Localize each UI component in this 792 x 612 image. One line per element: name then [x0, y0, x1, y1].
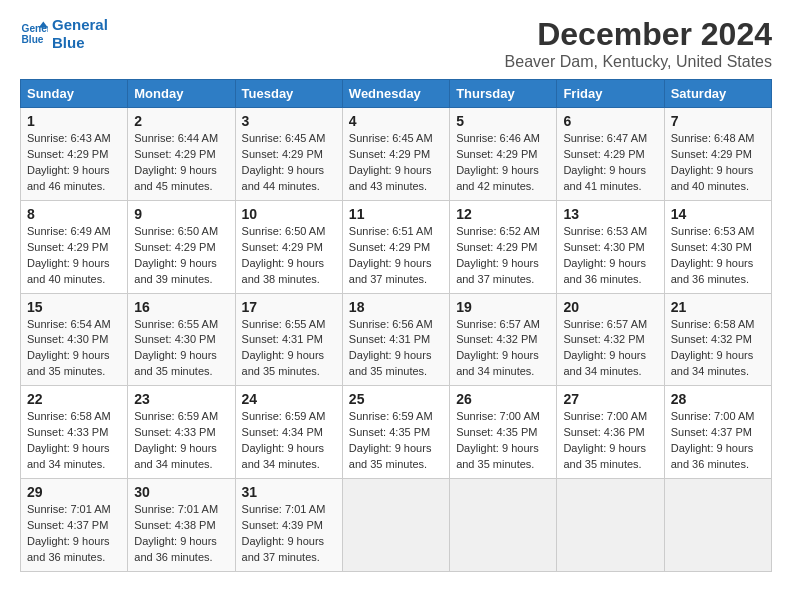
day-info: Sunrise: 7:00 AM Sunset: 4:36 PM Dayligh…	[563, 409, 657, 473]
day-number: 13	[563, 206, 657, 222]
week-row-5: 29 Sunrise: 7:01 AM Sunset: 4:37 PM Dayl…	[21, 479, 772, 572]
day-info: Sunrise: 6:47 AM Sunset: 4:29 PM Dayligh…	[563, 131, 657, 195]
day-number: 23	[134, 391, 228, 407]
calendar-cell: 12 Sunrise: 6:52 AM Sunset: 4:29 PM Dayl…	[450, 200, 557, 293]
calendar-cell: 5 Sunrise: 6:46 AM Sunset: 4:29 PM Dayli…	[450, 108, 557, 201]
day-number: 27	[563, 391, 657, 407]
svg-text:Blue: Blue	[22, 34, 44, 45]
day-number: 26	[456, 391, 550, 407]
title-area: December 2024 Beaver Dam, Kentucky, Unit…	[505, 16, 772, 71]
logo-text: General Blue	[52, 16, 108, 52]
calendar-cell: 22 Sunrise: 6:58 AM Sunset: 4:33 PM Dayl…	[21, 386, 128, 479]
calendar-cell: 23 Sunrise: 6:59 AM Sunset: 4:33 PM Dayl…	[128, 386, 235, 479]
calendar-cell: 8 Sunrise: 6:49 AM Sunset: 4:29 PM Dayli…	[21, 200, 128, 293]
day-number: 14	[671, 206, 765, 222]
calendar-cell: 20 Sunrise: 6:57 AM Sunset: 4:32 PM Dayl…	[557, 293, 664, 386]
day-number: 12	[456, 206, 550, 222]
day-info: Sunrise: 6:46 AM Sunset: 4:29 PM Dayligh…	[456, 131, 550, 195]
week-row-4: 22 Sunrise: 6:58 AM Sunset: 4:33 PM Dayl…	[21, 386, 772, 479]
header-row: SundayMondayTuesdayWednesdayThursdayFrid…	[21, 80, 772, 108]
col-header-wednesday: Wednesday	[342, 80, 449, 108]
day-number: 22	[27, 391, 121, 407]
day-info: Sunrise: 6:55 AM Sunset: 4:31 PM Dayligh…	[242, 317, 336, 381]
day-number: 5	[456, 113, 550, 129]
calendar-cell: 24 Sunrise: 6:59 AM Sunset: 4:34 PM Dayl…	[235, 386, 342, 479]
day-number: 19	[456, 299, 550, 315]
day-number: 10	[242, 206, 336, 222]
week-row-3: 15 Sunrise: 6:54 AM Sunset: 4:30 PM Dayl…	[21, 293, 772, 386]
calendar-cell: 21 Sunrise: 6:58 AM Sunset: 4:32 PM Dayl…	[664, 293, 771, 386]
col-header-friday: Friday	[557, 80, 664, 108]
calendar-cell	[664, 479, 771, 572]
day-number: 25	[349, 391, 443, 407]
day-number: 18	[349, 299, 443, 315]
day-info: Sunrise: 6:55 AM Sunset: 4:30 PM Dayligh…	[134, 317, 228, 381]
day-info: Sunrise: 6:56 AM Sunset: 4:31 PM Dayligh…	[349, 317, 443, 381]
day-number: 24	[242, 391, 336, 407]
calendar-cell: 1 Sunrise: 6:43 AM Sunset: 4:29 PM Dayli…	[21, 108, 128, 201]
day-info: Sunrise: 6:45 AM Sunset: 4:29 PM Dayligh…	[349, 131, 443, 195]
day-info: Sunrise: 6:45 AM Sunset: 4:29 PM Dayligh…	[242, 131, 336, 195]
day-number: 4	[349, 113, 443, 129]
subtitle: Beaver Dam, Kentucky, United States	[505, 53, 772, 71]
day-info: Sunrise: 6:53 AM Sunset: 4:30 PM Dayligh…	[671, 224, 765, 288]
calendar-cell: 30 Sunrise: 7:01 AM Sunset: 4:38 PM Dayl…	[128, 479, 235, 572]
day-number: 8	[27, 206, 121, 222]
day-number: 7	[671, 113, 765, 129]
page-header: General Blue General Blue December 2024 …	[20, 16, 772, 71]
logo-line1: General	[52, 16, 108, 33]
day-number: 9	[134, 206, 228, 222]
day-number: 31	[242, 484, 336, 500]
day-info: Sunrise: 6:49 AM Sunset: 4:29 PM Dayligh…	[27, 224, 121, 288]
main-title: December 2024	[505, 16, 772, 53]
calendar-cell: 7 Sunrise: 6:48 AM Sunset: 4:29 PM Dayli…	[664, 108, 771, 201]
day-number: 15	[27, 299, 121, 315]
day-info: Sunrise: 6:53 AM Sunset: 4:30 PM Dayligh…	[563, 224, 657, 288]
col-header-thursday: Thursday	[450, 80, 557, 108]
calendar-cell: 9 Sunrise: 6:50 AM Sunset: 4:29 PM Dayli…	[128, 200, 235, 293]
day-info: Sunrise: 7:00 AM Sunset: 4:37 PM Dayligh…	[671, 409, 765, 473]
calendar-cell: 10 Sunrise: 6:50 AM Sunset: 4:29 PM Dayl…	[235, 200, 342, 293]
day-info: Sunrise: 7:01 AM Sunset: 4:37 PM Dayligh…	[27, 502, 121, 566]
logo: General Blue General Blue	[20, 16, 108, 52]
day-info: Sunrise: 6:59 AM Sunset: 4:35 PM Dayligh…	[349, 409, 443, 473]
day-number: 2	[134, 113, 228, 129]
day-info: Sunrise: 6:51 AM Sunset: 4:29 PM Dayligh…	[349, 224, 443, 288]
day-number: 29	[27, 484, 121, 500]
calendar-cell: 19 Sunrise: 6:57 AM Sunset: 4:32 PM Dayl…	[450, 293, 557, 386]
day-number: 21	[671, 299, 765, 315]
day-number: 28	[671, 391, 765, 407]
calendar-cell: 6 Sunrise: 6:47 AM Sunset: 4:29 PM Dayli…	[557, 108, 664, 201]
col-header-monday: Monday	[128, 80, 235, 108]
day-info: Sunrise: 7:01 AM Sunset: 4:38 PM Dayligh…	[134, 502, 228, 566]
day-info: Sunrise: 6:50 AM Sunset: 4:29 PM Dayligh…	[242, 224, 336, 288]
day-number: 1	[27, 113, 121, 129]
day-number: 16	[134, 299, 228, 315]
week-row-1: 1 Sunrise: 6:43 AM Sunset: 4:29 PM Dayli…	[21, 108, 772, 201]
day-number: 3	[242, 113, 336, 129]
col-header-saturday: Saturday	[664, 80, 771, 108]
calendar-cell: 13 Sunrise: 6:53 AM Sunset: 4:30 PM Dayl…	[557, 200, 664, 293]
calendar-cell: 31 Sunrise: 7:01 AM Sunset: 4:39 PM Dayl…	[235, 479, 342, 572]
calendar-cell: 25 Sunrise: 6:59 AM Sunset: 4:35 PM Dayl…	[342, 386, 449, 479]
day-info: Sunrise: 6:43 AM Sunset: 4:29 PM Dayligh…	[27, 131, 121, 195]
day-info: Sunrise: 6:57 AM Sunset: 4:32 PM Dayligh…	[456, 317, 550, 381]
calendar-cell: 2 Sunrise: 6:44 AM Sunset: 4:29 PM Dayli…	[128, 108, 235, 201]
day-number: 6	[563, 113, 657, 129]
logo-icon: General Blue	[20, 20, 48, 48]
calendar-cell: 3 Sunrise: 6:45 AM Sunset: 4:29 PM Dayli…	[235, 108, 342, 201]
col-header-tuesday: Tuesday	[235, 80, 342, 108]
day-info: Sunrise: 6:50 AM Sunset: 4:29 PM Dayligh…	[134, 224, 228, 288]
day-info: Sunrise: 7:00 AM Sunset: 4:35 PM Dayligh…	[456, 409, 550, 473]
day-info: Sunrise: 6:54 AM Sunset: 4:30 PM Dayligh…	[27, 317, 121, 381]
day-info: Sunrise: 6:52 AM Sunset: 4:29 PM Dayligh…	[456, 224, 550, 288]
calendar-table: SundayMondayTuesdayWednesdayThursdayFrid…	[20, 79, 772, 572]
logo-line2: Blue	[52, 34, 85, 51]
calendar-cell: 15 Sunrise: 6:54 AM Sunset: 4:30 PM Dayl…	[21, 293, 128, 386]
calendar-cell: 17 Sunrise: 6:55 AM Sunset: 4:31 PM Dayl…	[235, 293, 342, 386]
calendar-cell: 29 Sunrise: 7:01 AM Sunset: 4:37 PM Dayl…	[21, 479, 128, 572]
day-info: Sunrise: 7:01 AM Sunset: 4:39 PM Dayligh…	[242, 502, 336, 566]
day-info: Sunrise: 6:57 AM Sunset: 4:32 PM Dayligh…	[563, 317, 657, 381]
calendar-cell: 11 Sunrise: 6:51 AM Sunset: 4:29 PM Dayl…	[342, 200, 449, 293]
col-header-sunday: Sunday	[21, 80, 128, 108]
